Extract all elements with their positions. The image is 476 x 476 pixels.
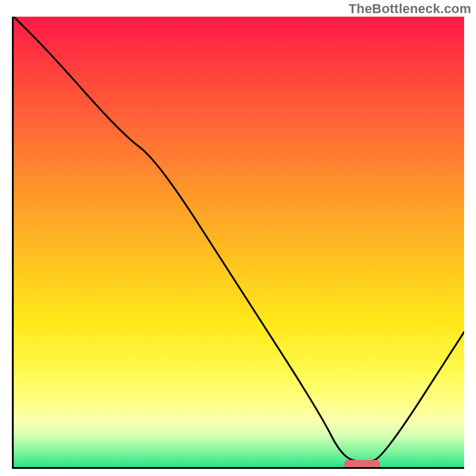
plot-area <box>12 17 464 469</box>
optimal-range-marker <box>344 460 380 468</box>
bottleneck-curve-path <box>14 17 464 462</box>
curve-layer <box>14 17 464 467</box>
watermark-text: TheBottleneck.com <box>349 1 471 17</box>
bottleneck-chart: TheBottleneck.com <box>0 0 476 476</box>
